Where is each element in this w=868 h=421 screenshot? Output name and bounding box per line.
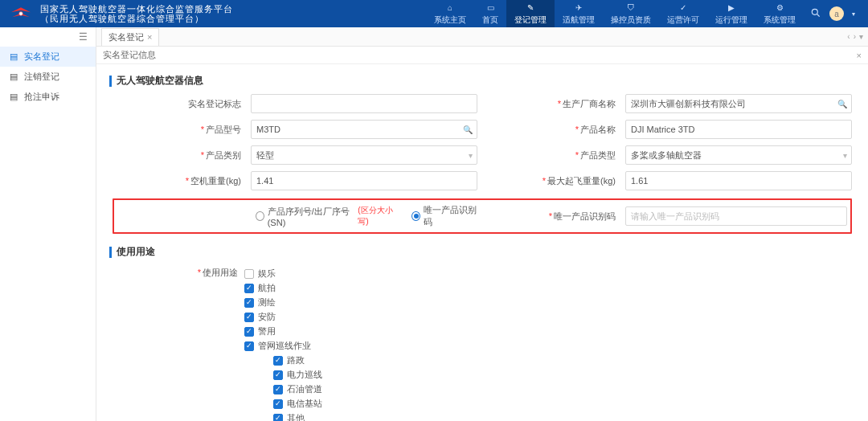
checkbox[interactable] <box>244 269 254 279</box>
checkbox[interactable] <box>273 399 283 409</box>
manufacturer-input[interactable] <box>625 94 852 113</box>
label-manufacturer: *生产厂商名称 <box>487 98 616 110</box>
tab-menu-icon[interactable]: ▾ <box>859 32 863 41</box>
sidebar-toggle[interactable]: ☰ <box>0 27 96 47</box>
nav-首页[interactable]: ▭首页 <box>474 0 506 27</box>
label-model: *产品型号 <box>113 124 241 136</box>
nav-icon: ✎ <box>525 2 536 14</box>
app-title-line1: 国家无人驾驶航空器一体化综合监管服务平台 <box>40 4 233 14</box>
crumb-text: 实名登记信息 <box>103 49 156 61</box>
reg-mark-input[interactable] <box>251 94 477 113</box>
doc-icon: ▤ <box>10 51 19 62</box>
uav-form: 实名登记标志 *生产厂商名称 🔍 *产品型号 🔍 *产品名称 *产品类别 ▾ *… <box>109 94 855 234</box>
close-icon[interactable]: × <box>147 32 152 42</box>
nav-适航管理[interactable]: ✈适航管理 <box>555 0 603 27</box>
top-nav: ⌂系统主页▭首页✎登记管理✈适航管理⛉操控员资质✓运营许可▶运行管理⚙系统管理 <box>426 0 804 27</box>
nav-icon: ⌂ <box>444 2 456 14</box>
checkbox[interactable] <box>273 385 283 394</box>
type-select[interactable] <box>625 145 852 165</box>
usage-item[interactable]: 安防 <box>244 311 322 323</box>
radio-uid[interactable]: 唯一产品识别码 <box>411 204 477 228</box>
chevron-down-icon[interactable]: ▾ <box>852 10 855 18</box>
nav-icon: ✈ <box>573 2 584 14</box>
content: 无人驾驶航空器信息 实名登记标志 *生产厂商名称 🔍 *产品型号 🔍 *产品名称… <box>96 64 868 421</box>
label-product-name: *产品名称 <box>487 124 616 136</box>
checkbox[interactable] <box>244 327 254 337</box>
avatar[interactable]: a <box>829 6 844 21</box>
checkbox[interactable] <box>244 313 254 322</box>
radio-dot <box>256 211 264 221</box>
checkbox[interactable] <box>244 341 254 351</box>
tab-label: 实名登记 <box>108 31 144 43</box>
sidebar-item-实名登记[interactable]: ▤实名登记 <box>0 47 96 67</box>
svg-point-0 <box>19 12 23 16</box>
radio-sn[interactable]: 产品序列号/出厂序号(SN) (区分大小写) <box>256 205 397 227</box>
identifier-row: 产品序列号/出厂序号(SN) (区分大小写) 唯一产品识别码 *唯一产品识别码 <box>113 198 852 234</box>
doc-icon: ▤ <box>10 72 19 82</box>
sidebar: ☰ ▤实名登记▤注销登记▤抢注申诉 <box>0 27 96 421</box>
usage-item[interactable]: 娱乐 <box>244 268 322 280</box>
svg-point-1 <box>812 9 817 14</box>
search-icon[interactable] <box>810 7 821 21</box>
label-empty-weight: *空机重量(kg) <box>113 175 241 187</box>
nav-icon: ⛉ <box>625 2 637 14</box>
tab-realname[interactable]: 实名登记 × <box>101 28 159 46</box>
radio-dot <box>411 211 420 221</box>
section-usage-title: 使用用途 <box>109 245 855 259</box>
doc-icon: ▤ <box>10 92 19 102</box>
nav-系统主页[interactable]: ⌂系统主页 <box>426 0 474 27</box>
tab-next-icon[interactable]: › <box>854 32 856 41</box>
sidebar-item-抢注申诉[interactable]: ▤抢注申诉 <box>0 87 96 107</box>
nav-运行管理[interactable]: ▶运行管理 <box>707 0 755 27</box>
close-icon[interactable]: × <box>857 51 862 60</box>
nav-icon: ⚙ <box>774 2 785 14</box>
nav-系统管理[interactable]: ⚙系统管理 <box>755 0 804 27</box>
label-type: *产品类型 <box>487 149 616 161</box>
product-name-input[interactable] <box>625 120 852 139</box>
usage-block: *使用用途 娱乐航拍测绘安防警用管网巡线作业路政电力巡线石油管道电信基站其他物流… <box>109 265 855 421</box>
usage-item[interactable]: 警用 <box>244 325 322 337</box>
tabs: 实名登记 × ‹ › ▾ <box>96 27 868 47</box>
usage-item[interactable]: 路政 <box>244 354 322 366</box>
usage-item[interactable]: 石油管道 <box>244 383 322 395</box>
breadcrumb: 实名登记信息 × <box>96 47 868 64</box>
logo-emblem <box>6 5 35 22</box>
checkbox[interactable] <box>273 414 283 422</box>
header-right: a ▾ <box>804 6 862 21</box>
usage-item[interactable]: 其他 <box>244 412 322 421</box>
model-input[interactable] <box>251 120 477 139</box>
app-title: 国家无人驾驶航空器一体化综合监管服务平台 （民用无人驾驶航空器综合管理平台） <box>40 4 233 23</box>
nav-登记管理[interactable]: ✎登记管理 <box>506 0 555 27</box>
nav-操控员资质[interactable]: ⛉操控员资质 <box>603 0 659 27</box>
app-title-line2: （民用无人驾驶航空器综合管理平台） <box>40 14 233 23</box>
label-unique-code: *唯一产品识别码 <box>487 210 616 223</box>
nav-icon: ▶ <box>726 2 737 14</box>
tab-prev-icon[interactable]: ‹ <box>847 32 850 41</box>
unique-code-input[interactable] <box>625 206 847 226</box>
mtow-input[interactable] <box>625 171 852 190</box>
category-select[interactable] <box>251 145 477 165</box>
label-reg-mark: 实名登记标志 <box>113 98 241 110</box>
usage-item[interactable]: 测绘 <box>244 296 322 309</box>
usage-item[interactable]: 电信基站 <box>244 398 322 410</box>
sidebar-item-注销登记[interactable]: ▤注销登记 <box>0 67 96 87</box>
identifier-radio-group: 产品序列号/出厂序号(SN) (区分大小写) 唯一产品识别码 <box>256 204 477 228</box>
usage-item[interactable]: 电力巡线 <box>244 369 322 381</box>
svg-line-2 <box>817 14 820 16</box>
checkbox[interactable] <box>273 356 283 366</box>
usage-item[interactable]: 管网巡线作业 <box>244 340 322 352</box>
tabs-controls: ‹ › ▾ <box>847 32 868 41</box>
checkbox[interactable] <box>273 370 283 380</box>
checkbox[interactable] <box>244 284 254 293</box>
label-usage: *使用用途 <box>182 265 238 279</box>
section-uav-title: 无人驾驶航空器信息 <box>109 74 855 88</box>
app-header: 国家无人驾驶航空器一体化综合监管服务平台 （民用无人驾驶航空器综合管理平台） ⌂… <box>0 0 868 27</box>
label-mtow: *最大起飞重量(kg) <box>487 175 616 187</box>
nav-icon: ✓ <box>678 2 689 14</box>
empty-weight-input[interactable] <box>251 171 477 190</box>
checkbox[interactable] <box>244 298 254 308</box>
label-category: *产品类别 <box>113 149 241 161</box>
main: 实名登记 × ‹ › ▾ 实名登记信息 × 无人驾驶航空器信息 实名登记标志 *… <box>96 27 868 421</box>
usage-item[interactable]: 航拍 <box>244 282 322 294</box>
nav-运营许可[interactable]: ✓运营许可 <box>659 0 707 27</box>
